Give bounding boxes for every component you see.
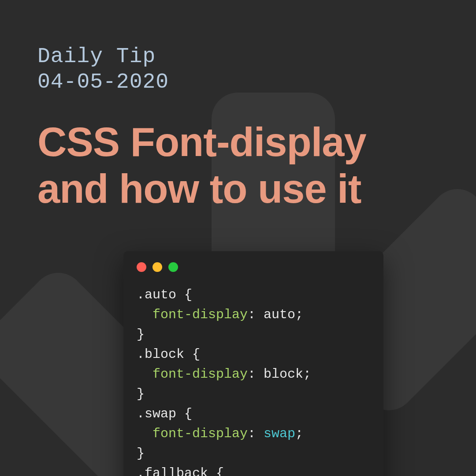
minimize-icon [152, 262, 162, 272]
close-icon [137, 262, 146, 272]
traffic-lights [137, 262, 370, 272]
maximize-icon [168, 262, 178, 272]
content-area: Daily Tip 04-05-2020 CSS Font-display an… [0, 0, 476, 212]
page-title: CSS Font-display and how to use it [37, 119, 439, 212]
eyebrow-date: 04-05-2020 [37, 70, 439, 95]
code-block: .auto { font-display: auto; } .block { f… [137, 285, 370, 476]
eyebrow-label: Daily Tip [37, 44, 439, 70]
eyebrow: Daily Tip 04-05-2020 [37, 44, 439, 95]
code-window: .auto { font-display: auto; } .block { f… [123, 251, 383, 476]
